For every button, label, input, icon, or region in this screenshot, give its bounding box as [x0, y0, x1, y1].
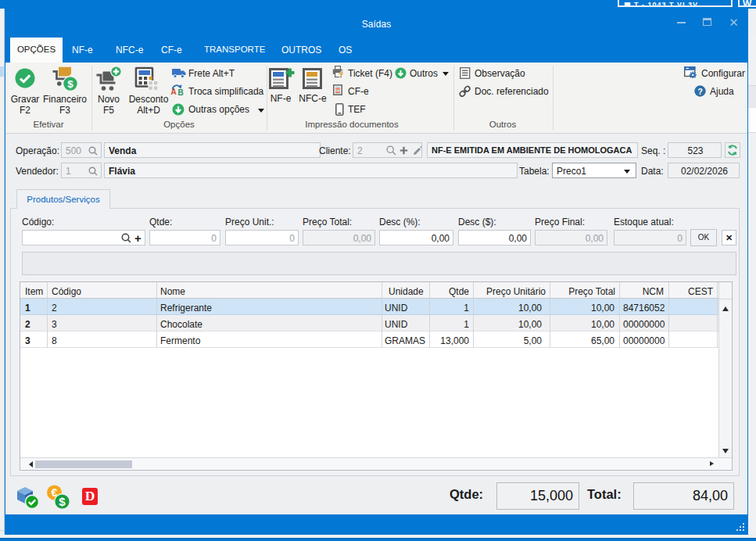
svg-text:?: ? — [697, 87, 703, 96]
svg-text:$: $ — [59, 495, 66, 508]
svg-text:A: A — [171, 88, 177, 95]
svg-text:$: $ — [67, 78, 73, 90]
svg-text:B: B — [178, 88, 184, 96]
